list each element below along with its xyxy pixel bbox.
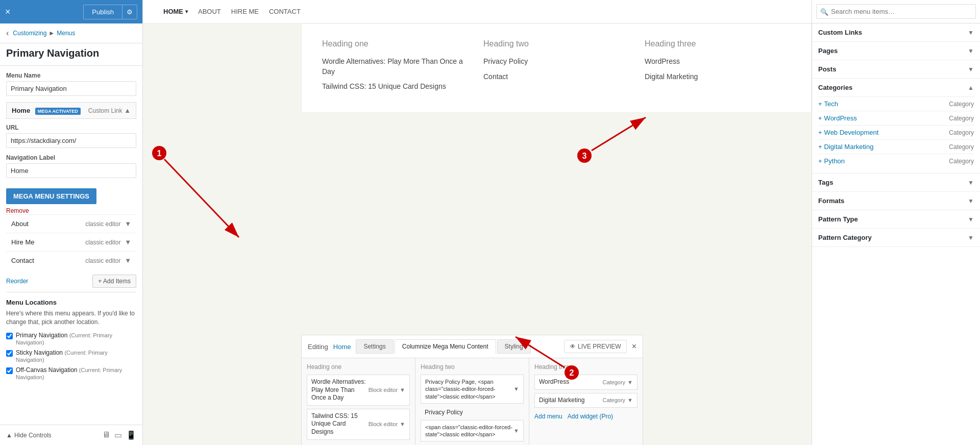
- about-menu-item[interactable]: About classic editor ▼: [6, 214, 136, 233]
- preview-area: HOME ▾ ABOUT HIRE ME CONTACT Heading one…: [143, 0, 812, 445]
- col1-block1-chevron[interactable]: ▼: [400, 387, 405, 393]
- tab-styling[interactable]: Styling: [497, 339, 531, 354]
- col2-block2-chevron[interactable]: ▼: [513, 428, 519, 434]
- col1-block2-chevron[interactable]: ▼: [400, 421, 405, 427]
- menu-name-field: Menu Name: [6, 72, 136, 96]
- col3-block2: Digital Marketing Category ▼: [534, 393, 638, 408]
- nav-about[interactable]: ABOUT: [198, 8, 221, 15]
- hireme-menu-item[interactable]: Hire Me classic editor ▼: [6, 233, 136, 251]
- desktop-icon[interactable]: 🖥: [102, 430, 110, 440]
- offcanvas-nav-checkbox[interactable]: [6, 367, 13, 374]
- home-item-chevron[interactable]: ▲: [124, 107, 131, 114]
- home-nav-chevron: ▾: [185, 9, 188, 14]
- mega-link-digital-marketing[interactable]: Digital Marketing: [645, 72, 791, 82]
- sticky-nav-label: Sticky Navigation (Current: Primary Navi…: [16, 349, 136, 363]
- col2-block1-chevron[interactable]: ▼: [513, 386, 519, 392]
- mobile-icon[interactable]: 📱: [126, 430, 136, 440]
- about-chevron[interactable]: ▼: [125, 220, 131, 228]
- col3-block1-text: WordPress: [539, 378, 602, 386]
- col3-add-widget-link[interactable]: Add widget (Pro): [568, 413, 613, 420]
- tab-settings[interactable]: Settings: [356, 339, 393, 354]
- eye-icon: 👁: [570, 343, 576, 350]
- editing-tabs: Settings Columnize Mega Menu Content Sty…: [356, 339, 559, 354]
- nav-contact[interactable]: CONTACT: [269, 8, 301, 15]
- category-python: + Python Category: [818, 154, 974, 168]
- reorder-link[interactable]: Reorder: [6, 278, 28, 285]
- live-preview-button[interactable]: 👁 LIVE PREVIEW: [564, 340, 627, 353]
- contact-label: Contact: [11, 257, 34, 264]
- mega-link-wordpress[interactable]: WordPress: [645, 57, 791, 67]
- pattern-category-header[interactable]: Pattern Category ▼: [812, 229, 980, 246]
- main-area: HOME ▾ ABOUT HIRE ME CONTACT Heading one…: [143, 0, 812, 445]
- hide-controls-button[interactable]: ▲ Hide Controls: [6, 432, 52, 439]
- nav-hireme[interactable]: HIRE ME: [231, 8, 259, 15]
- device-icons: 🖥 ▭ 📱: [102, 430, 136, 440]
- posts-header[interactable]: Posts ▼: [812, 60, 980, 78]
- url-input[interactable]: [6, 133, 136, 148]
- tags-header[interactable]: Tags ▼: [812, 174, 980, 191]
- col3-add-menu-link[interactable]: Add menu: [534, 413, 562, 420]
- col2-block2: <span class="classic-editor-forced-state…: [421, 420, 524, 442]
- section-pattern-type: Pattern Type ▼: [812, 210, 980, 229]
- col3-block2-chevron[interactable]: ▼: [627, 397, 633, 403]
- url-field: URL: [6, 124, 136, 148]
- mega-menu-settings-button[interactable]: MEGA MENU SETTINGS: [6, 188, 96, 204]
- editing-panel-header: Editing Home Settings Columnize Mega Men…: [302, 335, 643, 358]
- settings-button[interactable]: ⚙: [122, 5, 137, 19]
- add-items-button[interactable]: + Add Items: [92, 275, 136, 288]
- close-sidebar-button[interactable]: ×: [5, 7, 11, 17]
- mega-link-tailwind[interactable]: Tailwind CSS: 15 Unique Card Designs: [322, 82, 468, 92]
- remove-link[interactable]: Remove: [6, 207, 29, 214]
- pages-header[interactable]: Pages ▼: [812, 42, 980, 60]
- mega-link-contact[interactable]: Contact: [483, 72, 629, 82]
- category-webdev: + Web Development Category: [818, 125, 974, 139]
- tab-columnize[interactable]: Columnize Mega Menu Content: [395, 339, 496, 354]
- category-tech: + Tech Category: [818, 96, 974, 111]
- custom-links-header[interactable]: Custom Links ▼: [812, 23, 980, 41]
- mega-link-wordle[interactable]: Wordle Alternatives: Play More Than Once…: [322, 57, 468, 77]
- add-webdev-button[interactable]: + Web Development: [818, 129, 878, 136]
- sticky-nav-checkbox[interactable]: [6, 350, 13, 357]
- pattern-type-header[interactable]: Pattern Type ▼: [812, 210, 980, 228]
- search-box: 🔍: [812, 0, 980, 23]
- hireme-chevron[interactable]: ▼: [125, 238, 131, 246]
- mega-heading-3: Heading three: [645, 39, 791, 48]
- contact-menu-item[interactable]: Contact classic editor ▼: [6, 251, 136, 269]
- home-item-type: Custom Link: [88, 107, 122, 114]
- posts-chevron: ▼: [968, 66, 974, 73]
- editing-home-link[interactable]: Home: [333, 343, 351, 351]
- mega-link-privacy[interactable]: Privacy Policy: [483, 57, 629, 67]
- col2-privacy-label: Privacy Policy: [421, 407, 524, 418]
- publish-button[interactable]: Publish: [83, 5, 122, 19]
- python-type: Category: [949, 158, 974, 165]
- section-posts: Posts ▼: [812, 60, 980, 79]
- contact-chevron[interactable]: ▼: [125, 257, 131, 264]
- menu-locations-title: Menu Locations: [6, 299, 136, 306]
- home-menu-item[interactable]: Home MEGA ACTIVATED Custom Link ▲: [6, 102, 136, 119]
- about-label: About: [11, 220, 29, 228]
- col2-block1-text: Privacy Policy Page, <span class="classi…: [425, 378, 513, 400]
- col3-block1-chevron[interactable]: ▼: [627, 379, 633, 385]
- add-digital-marketing-button[interactable]: + Digital Marketing: [818, 143, 873, 151]
- formats-header[interactable]: Formats ▼: [812, 192, 980, 210]
- pattern-type-title: Pattern Type: [818, 215, 858, 223]
- editing-col-2: Heading two Privacy Policy Page, <span c…: [415, 358, 529, 445]
- nav-label-input[interactable]: [6, 163, 136, 178]
- categories-header[interactable]: Categories ▲: [812, 79, 980, 96]
- breadcrumb-customizing[interactable]: Customizing: [13, 30, 46, 37]
- nav-home[interactable]: HOME ▾: [163, 8, 188, 15]
- close-panel-button[interactable]: ×: [632, 342, 636, 351]
- mega-heading-2: Heading two: [483, 39, 629, 48]
- section-categories: Categories ▲ + Tech Category + WordPress…: [812, 79, 980, 174]
- breadcrumb-menus[interactable]: Menus: [57, 30, 75, 37]
- add-wordpress-button[interactable]: + WordPress: [818, 114, 857, 122]
- search-input[interactable]: [816, 4, 976, 19]
- tablet-icon[interactable]: ▭: [114, 430, 122, 440]
- back-button[interactable]: ‹: [6, 29, 9, 38]
- col1-block2: Tailwind CSS: 15 Unique Card Designs Blo…: [307, 409, 410, 440]
- add-python-button[interactable]: + Python: [818, 157, 845, 165]
- section-tags: Tags ▼: [812, 174, 980, 192]
- menu-name-input[interactable]: [6, 81, 136, 96]
- primary-nav-checkbox[interactable]: [6, 333, 13, 339]
- add-tech-button[interactable]: + Tech: [818, 100, 838, 108]
